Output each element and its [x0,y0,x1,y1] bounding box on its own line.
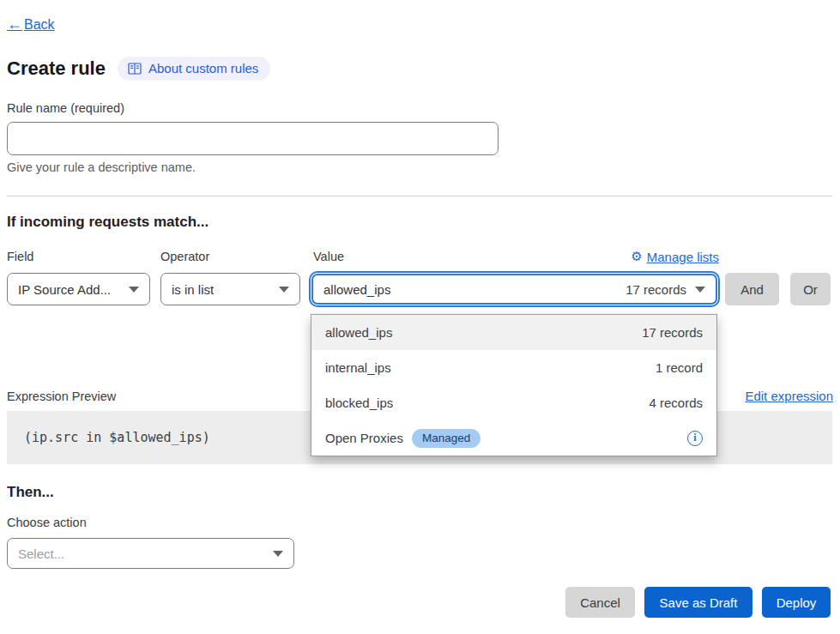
value-records-count: 17 records [625,282,686,297]
list-option-records: 4 records [649,395,703,410]
list-option-allowed-ips[interactable]: allowed_ips 17 records [311,315,716,350]
list-option-internal-ips[interactable]: internal_ips 1 record [311,350,716,385]
footer-actions: Cancel Save as Draft Deploy [565,587,831,618]
expression-preview-label: Expression Preview [7,389,116,403]
section-divider [7,196,832,196]
about-custom-rules-link[interactable]: About custom rules [118,57,270,81]
then-section-heading: Then... [7,484,54,501]
cancel-button[interactable]: Cancel [565,587,635,618]
list-option-open-proxies[interactable]: Open Proxies Managed i [311,420,716,456]
and-button[interactable]: And [725,273,779,305]
about-badge-label: About custom rules [148,61,258,75]
or-button[interactable]: Or [790,273,831,305]
list-option-name: allowed_ips [325,325,392,340]
rule-name-input[interactable] [7,122,499,155]
manage-lists-link[interactable]: ⚙ Manage lists [631,249,719,264]
field-label: Field [7,250,33,263]
value-label: Value [313,250,344,263]
chevron-down-icon [129,287,139,293]
edit-expression-link[interactable]: Edit expression [745,389,833,403]
list-dropdown-panel: allowed_ips 17 records internal_ips 1 re… [311,314,717,456]
info-icon[interactable]: i [687,431,703,446]
chevron-down-icon [273,551,283,557]
gear-icon: ⚙ [631,249,642,264]
list-option-name: internal_ips [325,360,391,375]
field-select-value: IP Source Add... [18,282,120,297]
choose-action-label: Choose action [7,516,87,529]
value-select-value: allowed_ips [323,282,390,297]
title-row: Create rule About custom rules [7,57,270,81]
back-arrow-icon: ← [7,15,22,33]
match-section-heading: If incoming requests match... [7,214,208,231]
chevron-down-icon [695,287,705,293]
rule-name-helper: Give your rule a descriptive name. [7,160,196,174]
page-title: Create rule [7,57,106,80]
manage-lists-label: Manage lists [647,250,719,264]
list-option-name: blocked_ips [325,395,393,410]
action-select[interactable]: Select... [7,538,294,569]
list-option-name: Open Proxies [325,431,403,445]
back-label: Back [24,17,55,33]
list-option-blocked-ips[interactable]: blocked_ips 4 records [311,385,716,420]
operator-select-value: is in list [172,282,270,297]
operator-label: Operator [160,250,209,263]
deploy-button[interactable]: Deploy [762,587,831,618]
managed-badge: Managed [412,429,480,448]
action-select-placeholder: Select... [18,546,264,561]
book-icon [128,63,142,75]
field-select[interactable]: IP Source Add... [7,273,150,305]
operator-select[interactable]: is in list [160,273,300,305]
back-link[interactable]: ←Back [7,15,55,33]
chevron-down-icon [279,287,289,293]
list-option-records: 1 record [656,360,703,375]
value-select[interactable]: allowed_ips 17 records [311,274,717,305]
expression-code: (ip.src in $allowed_ips) [24,430,210,445]
rule-name-label: Rule name (required) [7,101,124,115]
save-as-draft-button[interactable]: Save as Draft [644,587,752,618]
list-option-records: 17 records [642,325,703,340]
